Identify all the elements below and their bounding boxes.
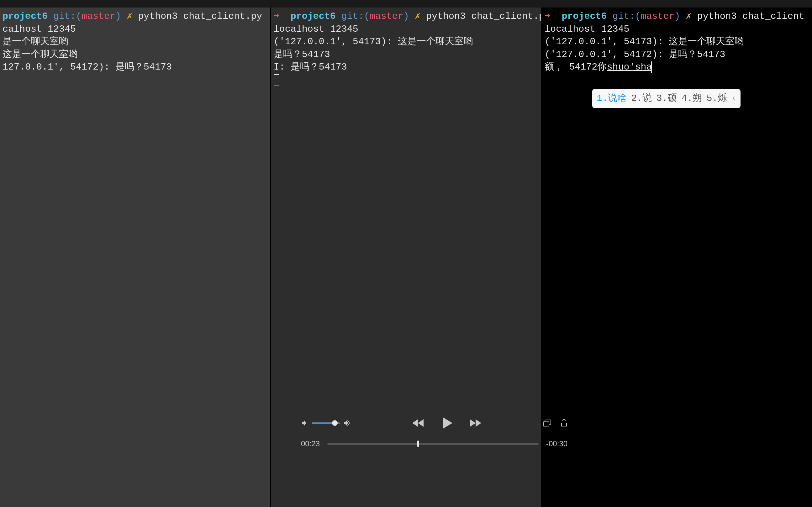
prompt-branch: master bbox=[370, 11, 403, 21]
prompt-paren: ( bbox=[76, 11, 82, 21]
prompt-git-label: git: bbox=[341, 11, 364, 21]
share-button[interactable] bbox=[560, 419, 567, 427]
prompt-paren: ) bbox=[675, 11, 680, 21]
prompt-paren: ( bbox=[635, 11, 641, 21]
input-prefix: 额， 54172你 bbox=[545, 62, 607, 72]
ime-candidate-3[interactable]: 3.硕 bbox=[656, 92, 677, 105]
progress-bar[interactable] bbox=[327, 443, 539, 445]
prompt-separator: ✗ bbox=[127, 11, 132, 21]
prompt-git-label: git: bbox=[612, 11, 635, 21]
prompt-paren: ) bbox=[403, 11, 409, 21]
ime-candidate-2[interactable]: 2.说 bbox=[631, 92, 652, 105]
volume-high-icon[interactable] bbox=[343, 419, 350, 427]
titlebar bbox=[0, 0, 812, 7]
terminal-pane-1[interactable]: project6 git:(master) ✗ python3 chat_cli… bbox=[0, 7, 271, 507]
rewind-button[interactable] bbox=[412, 418, 424, 428]
prompt-arrow: ➜ bbox=[274, 11, 279, 21]
prompt-paren: ) bbox=[115, 11, 121, 21]
prompt-project: project6 bbox=[291, 11, 336, 21]
cursor-block bbox=[274, 74, 539, 87]
term-input-line[interactable]: 额， 54172你shuo'sha bbox=[545, 61, 810, 74]
prompt-command: python3 chat_client.py bbox=[138, 11, 262, 21]
progress-thumb[interactable] bbox=[417, 441, 419, 447]
term-output-line: 是吗？54173 bbox=[274, 48, 539, 61]
prompt-line: ➜ project6 git:(master) ✗ python3 chat_c… bbox=[545, 10, 810, 23]
prompt-line: ➜ project6 git:(master) ✗ python3 chat_c… bbox=[274, 10, 539, 23]
prompt-separator: ✗ bbox=[415, 11, 420, 21]
prompt-project: project6 bbox=[2, 11, 48, 21]
remaining-time: -00:30 bbox=[546, 439, 567, 448]
term-output-line: 这是一个聊天室哟 bbox=[2, 48, 267, 61]
term-output-line: 127.0.0.1', 54172): 是吗？54173 bbox=[2, 61, 267, 74]
ime-pager-prev[interactable]: ‹ bbox=[732, 93, 736, 103]
ime-candidate-popup[interactable]: 1.说啥 2.说 3.硕 4.朔 5.烁 ‹ bbox=[592, 89, 740, 108]
volume-thumb[interactable] bbox=[332, 420, 338, 426]
ime-candidate-5[interactable]: 5.烁 bbox=[706, 92, 727, 105]
prompt-command: python3 chat_client.py bbox=[426, 11, 542, 21]
term-output-line: ('127.0.0.1', 54173): 这是一个聊天室哟 bbox=[545, 36, 810, 48]
ime-candidate-1[interactable]: 1.说啥 bbox=[597, 92, 627, 105]
term-output-line: ('127.0.0.1', 54173): 这是一个聊天室哟 bbox=[274, 36, 539, 48]
term-output-line: localhost 12345 bbox=[545, 23, 810, 36]
term-output-line: ('127.0.0.1', 54172): 是吗？54173 bbox=[545, 48, 810, 61]
text-cursor bbox=[651, 61, 652, 73]
prompt-arrow: ➜ bbox=[545, 11, 550, 21]
prompt-line: project6 git:(master) ✗ python3 chat_cli… bbox=[2, 10, 267, 23]
video-controls-overlay: 00:23 -00:30 bbox=[301, 416, 567, 451]
prompt-branch: master bbox=[82, 11, 115, 21]
progress-row: 00:23 -00:30 bbox=[301, 439, 567, 448]
transport-controls bbox=[412, 416, 482, 430]
term-output-line: calhost 12345 bbox=[2, 23, 267, 36]
play-button[interactable] bbox=[440, 416, 454, 430]
prompt-separator: ✗ bbox=[686, 11, 692, 21]
term-output-line: 是一个聊天室哟 bbox=[2, 36, 267, 48]
ime-candidate-4[interactable]: 4.朔 bbox=[681, 92, 702, 105]
volume-group bbox=[301, 419, 350, 427]
prompt-git-label: git: bbox=[53, 11, 76, 21]
svg-rect-0 bbox=[543, 422, 549, 426]
volume-low-icon[interactable] bbox=[301, 419, 309, 427]
terminal-pane-3[interactable]: ➜ project6 git:(master) ✗ python3 chat_c… bbox=[542, 7, 812, 507]
volume-slider[interactable] bbox=[312, 422, 340, 424]
current-time: 00:23 bbox=[301, 439, 320, 448]
prompt-command: python3 chat_client bbox=[697, 11, 805, 21]
term-output-line: I: 是吗？54173 bbox=[274, 61, 539, 74]
term-output-line: localhost 12345 bbox=[274, 23, 539, 36]
prompt-branch: master bbox=[641, 11, 675, 21]
right-controls bbox=[543, 419, 567, 427]
fast-forward-button[interactable] bbox=[469, 418, 482, 428]
prompt-project: project6 bbox=[561, 11, 607, 21]
ime-composition: shuo'sha bbox=[607, 62, 652, 72]
prompt-paren: ( bbox=[364, 11, 370, 21]
pip-button[interactable] bbox=[543, 419, 551, 427]
controls-row bbox=[301, 416, 567, 430]
